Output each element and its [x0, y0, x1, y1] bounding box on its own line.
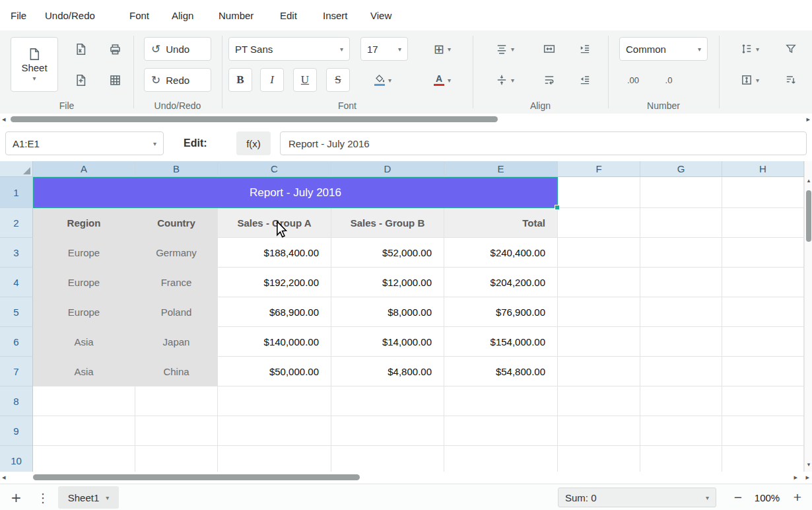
select-all-corner[interactable] — [0, 161, 33, 177]
insert-function-button[interactable]: f(x) — [236, 131, 271, 155]
name-box[interactable]: A1:E1 ▾ — [5, 131, 164, 155]
cell-D7[interactable]: $4,800.00 — [331, 357, 444, 386]
horizontal-scrollbar[interactable]: ◂ ▸ ▸ — [0, 472, 812, 484]
print-button[interactable] — [102, 37, 128, 61]
cell-H5[interactable] — [722, 297, 804, 327]
cell-G9[interactable] — [640, 416, 722, 446]
row-header-3[interactable]: 3 — [0, 238, 33, 268]
cell-B7[interactable]: China — [135, 357, 218, 386]
toolbar-scrollbar[interactable]: ◂ ▸ — [0, 114, 812, 126]
row-header-7[interactable]: 7 — [0, 357, 33, 386]
sort-button[interactable] — [778, 68, 804, 92]
italic-button[interactable]: I — [260, 68, 284, 92]
strikethrough-button[interactable]: S — [326, 68, 350, 92]
decrease-decimal-button[interactable]: .0 — [655, 68, 683, 92]
cell-D6[interactable]: $14,000.00 — [331, 327, 444, 357]
cell-D8[interactable] — [331, 386, 444, 416]
scroll-right-icon[interactable]: ▸ — [794, 473, 797, 482]
cell-D2[interactable]: Sales - Group B — [331, 208, 444, 238]
cell-H1[interactable] — [722, 177, 804, 208]
selection-fill-handle[interactable] — [555, 205, 560, 210]
cell-H2[interactable] — [722, 208, 804, 238]
sheet-tab[interactable]: Sheet1 ▾ — [58, 486, 119, 509]
cell-G3[interactable] — [640, 238, 722, 268]
add-sheet-button[interactable]: + — [11, 484, 22, 510]
cell-B8[interactable] — [135, 386, 218, 416]
cell-C7[interactable]: $50,000.00 — [218, 357, 331, 386]
vertical-scrollbar[interactable]: ▴ ▾ — [804, 161, 812, 472]
cell-G2[interactable] — [640, 208, 722, 238]
cell-A9[interactable] — [33, 416, 135, 446]
merge-cells-button[interactable] — [535, 37, 564, 61]
cell-G8[interactable] — [640, 386, 722, 416]
cell-E4[interactable]: $204,200.00 — [444, 268, 558, 297]
cell-F10[interactable] — [558, 446, 640, 472]
col-header-A[interactable]: A — [33, 161, 135, 177]
row-header-9[interactable]: 9 — [0, 416, 33, 446]
cell-B5[interactable]: Poland — [135, 297, 218, 327]
cell-A1-merged[interactable]: Report - July 2016 — [33, 177, 558, 208]
col-header-C[interactable]: C — [218, 161, 331, 177]
horizontal-scrollbar-thumb[interactable] — [33, 474, 360, 480]
cell-H10[interactable] — [722, 446, 804, 472]
menu-number[interactable]: Number — [219, 0, 254, 30]
cell-E2[interactable]: Total — [444, 208, 558, 238]
cell-E9[interactable] — [444, 416, 558, 446]
cell-A10[interactable] — [33, 446, 135, 472]
cell-A3[interactable]: Europe — [33, 238, 135, 268]
cell-B4[interactable]: France — [135, 268, 218, 297]
cell-H8[interactable] — [722, 386, 804, 416]
cell-E3[interactable]: $240,400.00 — [444, 238, 558, 268]
cell-G5[interactable] — [640, 297, 722, 327]
cell-A2[interactable]: Region — [33, 208, 135, 238]
cell-C9[interactable] — [218, 416, 331, 446]
import-xlsx-button[interactable] — [67, 68, 94, 92]
cell-A6[interactable]: Asia — [33, 327, 135, 357]
cell-F2[interactable] — [558, 208, 640, 238]
redo-button[interactable]: ↻ Redo — [144, 68, 211, 92]
row-header-8[interactable]: 8 — [0, 386, 33, 416]
cell-C6[interactable]: $140,000.00 — [218, 327, 331, 357]
cell-E7[interactable]: $54,800.00 — [444, 357, 558, 386]
col-header-B[interactable]: B — [135, 161, 218, 177]
cell-F8[interactable] — [558, 386, 640, 416]
cell-D3[interactable]: $52,000.00 — [331, 238, 444, 268]
font-size-select[interactable]: 17 ▾ — [360, 37, 408, 61]
font-color-button[interactable]: A ▾ — [423, 68, 462, 92]
menu-view[interactable]: View — [370, 0, 391, 30]
cell-E6[interactable]: $154,000.00 — [444, 327, 558, 357]
scroll-left-icon[interactable]: ◂ — [2, 473, 6, 482]
cell-H7[interactable] — [722, 357, 804, 386]
cell-G7[interactable] — [640, 357, 722, 386]
row-header-4[interactable]: 4 — [0, 268, 33, 297]
cell-F6[interactable] — [558, 327, 640, 357]
cell-C4[interactable]: $192,200.00 — [218, 268, 331, 297]
cell-A5[interactable]: Europe — [33, 297, 135, 327]
cell-A7[interactable]: Asia — [33, 357, 135, 386]
menu-file[interactable]: File — [11, 0, 26, 30]
toolbar-scrollbar-thumb[interactable] — [11, 116, 498, 122]
row-header-10[interactable]: 10 — [0, 446, 33, 472]
cell-F7[interactable] — [558, 357, 640, 386]
row-header-6[interactable]: 6 — [0, 327, 33, 357]
cell-F5[interactable] — [558, 297, 640, 327]
menu-align[interactable]: Align — [172, 0, 193, 30]
decrease-indent-button[interactable] — [570, 68, 599, 92]
scroll-right-icon[interactable]: ▸ — [806, 115, 810, 124]
filter-button[interactable] — [778, 37, 804, 61]
cell-A8[interactable] — [33, 386, 135, 416]
menu-edit[interactable]: Edit — [280, 0, 297, 30]
row-header-5[interactable]: 5 — [0, 297, 33, 327]
wrap-text-button[interactable] — [535, 68, 564, 92]
table-button[interactable] — [102, 68, 128, 92]
cell-G1[interactable] — [640, 177, 722, 208]
undo-button[interactable]: ↺ Undo — [144, 37, 211, 61]
horizontal-align-button[interactable]: ▾ — [486, 37, 524, 61]
cell-B10[interactable] — [135, 446, 218, 472]
col-header-H[interactable]: H — [722, 161, 804, 177]
menu-insert[interactable]: Insert — [323, 0, 348, 30]
zoom-out-button[interactable]: − — [728, 484, 748, 510]
aggregate-dropdown[interactable]: Sum: 0 ▾ — [558, 488, 716, 507]
export-xlsx-button[interactable] — [67, 37, 94, 61]
col-header-E[interactable]: E — [444, 161, 558, 177]
